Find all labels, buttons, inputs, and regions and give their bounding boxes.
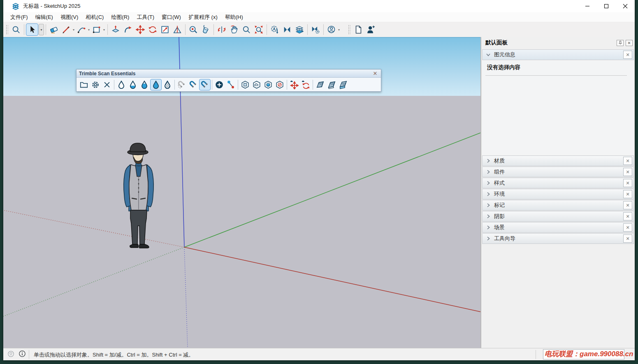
move-cloud-button-icon[interactable]: [288, 79, 300, 90]
snap-point-button-icon[interactable]: [188, 79, 199, 90]
snap-disabled-button-icon[interactable]: [176, 79, 188, 90]
eraser-tool-icon[interactable]: [48, 23, 60, 36]
select-tool-icon[interactable]: [26, 23, 38, 36]
menu-extensions[interactable]: 扩展程序 (x): [185, 12, 221, 22]
menu-help[interactable]: 帮助(H): [221, 12, 247, 22]
menu-edit[interactable]: 编辑(E): [32, 12, 57, 22]
pan-tool-icon[interactable]: [228, 23, 240, 36]
point-density-medium-icon[interactable]: [139, 79, 150, 90]
point-density-hatched-icon[interactable]: [162, 79, 173, 90]
section-close-icon[interactable]: ✕: [623, 201, 632, 209]
maximize-button[interactable]: [597, 0, 616, 12]
model-person-figure[interactable]: [117, 141, 163, 254]
scan-settings-button-icon[interactable]: [90, 79, 101, 90]
menu-tools[interactable]: 工具(T): [133, 12, 158, 22]
extension-settings-tool-icon[interactable]: [309, 23, 322, 36]
toolbar-separator: [313, 80, 313, 90]
section-close-icon[interactable]: ✕: [623, 168, 632, 176]
orbit-tool-icon[interactable]: [216, 23, 228, 36]
scan-toolbar-close-icon[interactable]: ✕: [372, 70, 378, 77]
info-icon[interactable]: [19, 350, 26, 359]
section-close-icon[interactable]: ✕: [623, 179, 632, 187]
rectangle-tool-icon[interactable]: [90, 23, 103, 36]
entity-info-body: 没有选择内容: [482, 60, 634, 155]
scan-open-button-icon[interactable]: [78, 79, 90, 90]
menu-camera[interactable]: 相机(C): [82, 12, 107, 22]
snap-edge-button-icon[interactable]: [199, 79, 211, 90]
close-button[interactable]: [616, 0, 635, 12]
section-close-icon[interactable]: ✕: [623, 190, 632, 198]
3d-viewport[interactable]: Trimble Scan Essentials ✕: [3, 37, 480, 348]
arc-tool-icon[interactable]: [75, 23, 88, 36]
move-tool-icon[interactable]: [134, 23, 146, 36]
toolbar-drag-handle[interactable]: [348, 25, 350, 35]
rectangle-tool-dropdown[interactable]: ▾: [103, 28, 105, 32]
panel-section-materials[interactable]: 材质 ✕: [482, 155, 634, 166]
push-pull-tool-icon[interactable]: [109, 23, 122, 36]
panel-section-tags[interactable]: 标记 ✕: [482, 200, 634, 211]
extension-layers-tool-icon[interactable]: [293, 23, 306, 36]
minimize-button[interactable]: [578, 0, 597, 12]
region-cloud-button-icon[interactable]: [251, 79, 262, 90]
panel-section-environment[interactable]: 环境 ✕: [482, 189, 634, 199]
scale-tool-icon[interactable]: [159, 23, 171, 36]
menu-window[interactable]: 窗口(W): [158, 12, 185, 22]
paint-bucket-tool-icon[interactable]: [200, 23, 212, 36]
rotate-tool-icon[interactable]: [146, 23, 159, 36]
chevron-right-icon: [486, 181, 491, 185]
panel-section-shadows[interactable]: 阴影 ✕: [482, 211, 634, 222]
arc-tool-dropdown[interactable]: ▾: [88, 28, 90, 32]
extension-sections-tool-icon[interactable]: [281, 23, 293, 36]
scan-essentials-toolbar[interactable]: Trimble Scan Essentials ✕: [76, 69, 381, 92]
mesh-solid-button-icon[interactable]: [337, 79, 349, 90]
mesh-fold-button-icon[interactable]: [326, 79, 337, 90]
protractor-tool-icon[interactable]: [171, 23, 183, 36]
extension-classifier-tool-icon[interactable]: [269, 23, 281, 36]
scan-close-dataset-button-icon[interactable]: [101, 79, 113, 90]
line-tool-dropdown[interactable]: ▾: [73, 28, 74, 32]
mesh-flat-button-icon[interactable]: [314, 79, 326, 90]
scan-toolbar-title: Trimble Scan Essentials: [79, 71, 372, 77]
panel-close-icon[interactable]: ✕: [626, 40, 633, 46]
section-close-icon[interactable]: ✕: [623, 157, 632, 165]
panel-pin-icon[interactable]: [617, 40, 624, 46]
main-toolbar: ▾▾▾▾ ▾: [3, 22, 635, 37]
pick-point-button-icon[interactable]: [225, 79, 237, 90]
section-close-icon[interactable]: ✕: [623, 212, 632, 220]
line-tool-icon[interactable]: [60, 23, 72, 36]
account-button-dropdown[interactable]: ▾: [338, 28, 340, 32]
geolocation-icon[interactable]: [7, 350, 14, 359]
panel-section-scenes[interactable]: 场景 ✕: [482, 222, 634, 233]
region-box-button-icon[interactable]: [239, 79, 251, 90]
panel-section-entity-info[interactable]: 图元信息 ✕: [482, 49, 634, 60]
section-close-icon[interactable]: ✕: [623, 223, 632, 232]
panel-section-styles[interactable]: 样式 ✕: [482, 178, 634, 188]
panel-title: 默认面板: [485, 39, 617, 46]
menu-draw[interactable]: 绘图(R): [107, 12, 133, 22]
point-density-low-icon[interactable]: [127, 79, 139, 90]
section-close-icon[interactable]: ✕: [623, 51, 632, 59]
region-none-button-icon[interactable]: [274, 79, 285, 90]
select-tool-dropdown[interactable]: ▾: [39, 24, 44, 35]
zoom-tool-icon[interactable]: [240, 23, 253, 36]
rotate-cloud-button-icon[interactable]: [300, 79, 311, 90]
add-person-button-icon[interactable]: [364, 23, 377, 36]
region-sphere-button-icon[interactable]: [262, 79, 274, 90]
scan-toolbar-titlebar[interactable]: Trimble Scan Essentials ✕: [77, 70, 381, 78]
account-button-icon[interactable]: [325, 23, 338, 36]
toolbar-drag-handle[interactable]: [6, 25, 8, 35]
new-document-button-icon[interactable]: [352, 23, 364, 36]
chevron-down-icon: [486, 52, 491, 57]
zoom-extents-tool-icon[interactable]: [253, 23, 265, 36]
section-close-icon[interactable]: ✕: [623, 234, 632, 243]
panel-section-components[interactable]: 组件 ✕: [482, 167, 634, 177]
add-point-button-icon[interactable]: [213, 79, 225, 90]
menu-file[interactable]: 文件(F): [7, 12, 32, 22]
follow-me-tool-icon[interactable]: [122, 23, 134, 36]
point-density-high-icon[interactable]: [150, 79, 162, 90]
tape-measure-tool-icon[interactable]: [187, 23, 200, 36]
panel-section-instructor[interactable]: 工具向导 ✕: [482, 233, 634, 244]
point-density-none-icon[interactable]: [116, 79, 127, 90]
menu-view[interactable]: 视图(V): [57, 12, 82, 22]
search-tool-icon[interactable]: [10, 23, 22, 36]
